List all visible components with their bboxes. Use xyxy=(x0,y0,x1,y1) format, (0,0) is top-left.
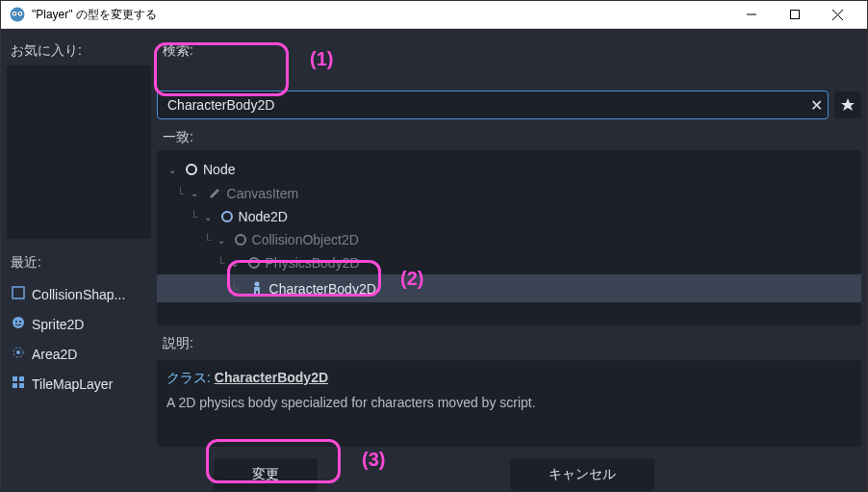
svg-rect-21 xyxy=(254,287,260,291)
svg-rect-9 xyxy=(13,287,24,298)
tree-node-label: PhysicsBody2D xyxy=(266,255,360,271)
clear-search-icon[interactable]: ✕ xyxy=(810,96,823,115)
node-icon xyxy=(186,164,197,175)
svg-point-12 xyxy=(19,321,21,323)
svg-rect-15 xyxy=(13,376,17,381)
characterbody2d-icon xyxy=(250,280,264,297)
tree-row-node2d[interactable]: └⌄ Node2D xyxy=(163,205,855,228)
change-button[interactable]: 変更 xyxy=(214,458,318,491)
recent-item-label: TileMapLayer xyxy=(32,376,113,392)
node-tree: ⌄ Node └⌄ CanvasItem └⌄ Node2D xyxy=(157,150,861,325)
svg-rect-17 xyxy=(13,383,17,388)
recent-list: CollisionShap... Sprite2D Area2D TileMap… xyxy=(7,279,151,399)
window-title: "Player" の型を変更する xyxy=(32,7,157,23)
svg-marker-19 xyxy=(841,98,855,111)
search-label: 検索: xyxy=(163,42,861,60)
svg-rect-16 xyxy=(19,376,24,381)
tree-node-label: CanvasItem xyxy=(227,186,299,201)
node2d-icon xyxy=(221,211,233,222)
description-label: 説明: xyxy=(163,335,861,352)
main-panel: 検索: ✕ 一致: ⌄ Node xyxy=(157,35,861,447)
physicsbody2d-icon xyxy=(248,257,260,269)
match-label: 一致: xyxy=(163,129,861,146)
tree-row-canvasitem[interactable]: └⌄ CanvasItem xyxy=(163,181,855,205)
tree-node-label: Node2D xyxy=(239,209,288,224)
chevron-down-icon: ⌄ xyxy=(168,165,180,175)
search-input[interactable] xyxy=(157,91,829,119)
maximize-button[interactable] xyxy=(773,1,816,28)
canvasitem-icon xyxy=(208,185,221,201)
svg-point-4 xyxy=(19,13,21,14)
tree-row-physicsbody2d[interactable]: └⌄ PhysicsBody2D xyxy=(163,251,855,274)
button-row: 変更 キャンセル xyxy=(7,458,861,491)
chevron-down-icon: ⌄ xyxy=(231,258,243,269)
recent-item-label: CollisionShap... xyxy=(32,287,125,302)
sprite2d-icon xyxy=(11,315,26,333)
godot-icon xyxy=(9,6,26,23)
favorites-box[interactable] xyxy=(7,65,151,239)
recent-item-label: Area2D xyxy=(32,347,77,362)
chevron-down-icon: ⌄ xyxy=(217,235,229,246)
svg-point-13 xyxy=(16,350,20,354)
recent-label: 最近: xyxy=(11,254,151,272)
class-link[interactable]: CharacterBody2D xyxy=(215,370,328,385)
cancel-button[interactable]: キャンセル xyxy=(510,458,654,491)
collisionobject2d-icon xyxy=(235,234,246,246)
collisionshape-icon xyxy=(11,285,26,303)
close-button[interactable] xyxy=(816,1,859,28)
recent-item-collisionshape[interactable]: CollisionShap... xyxy=(7,279,151,309)
svg-point-0 xyxy=(11,8,25,22)
tree-node-label: Node xyxy=(203,162,235,177)
search-input-wrap: ✕ xyxy=(157,91,829,119)
dialog-content: お気に入り: 最近: CollisionShap... Sprite2D Are… xyxy=(1,29,867,492)
svg-rect-18 xyxy=(19,383,24,388)
minimize-button[interactable] xyxy=(729,1,773,28)
titlebar: "Player" の型を変更する xyxy=(1,1,867,29)
area2d-icon xyxy=(11,345,26,363)
svg-rect-6 xyxy=(790,11,799,19)
recent-item-sprite2d[interactable]: Sprite2D xyxy=(7,309,151,339)
recent-item-tilemaplayer[interactable]: TileMapLayer xyxy=(7,369,151,399)
favorite-toggle-button[interactable] xyxy=(834,91,861,118)
star-icon xyxy=(840,97,855,113)
tree-node-label: CharacterBody2D xyxy=(269,281,376,297)
dialog-window: "Player" の型を変更する お気に入り: 最近: CollisionSha… xyxy=(0,0,868,492)
svg-point-3 xyxy=(13,13,15,14)
svg-point-11 xyxy=(15,321,17,323)
description-box: クラス: CharacterBody2D A 2D physics body s… xyxy=(157,360,861,447)
svg-point-20 xyxy=(254,282,259,287)
sidebar: お気に入り: 最近: CollisionShap... Sprite2D Are… xyxy=(7,35,151,447)
svg-rect-23 xyxy=(258,291,260,294)
tilemap-icon xyxy=(11,375,26,393)
tree-node-label: CollisionObject2D xyxy=(252,232,359,247)
chevron-down-icon: ⌄ xyxy=(204,212,216,222)
chevron-down-icon: ⌄ xyxy=(191,188,202,198)
tree-row-node[interactable]: ⌄ Node xyxy=(163,158,855,181)
svg-rect-22 xyxy=(254,291,256,294)
description-text: A 2D physics body specialized for charac… xyxy=(166,395,852,410)
tree-row-characterbody2d[interactable]: └ CharacterBody2D xyxy=(157,274,861,302)
recent-item-label: Sprite2D xyxy=(32,317,84,332)
tree-row-collisionobject2d[interactable]: └⌄ CollisionObject2D xyxy=(163,228,855,251)
svg-point-10 xyxy=(13,317,24,328)
recent-item-area2d[interactable]: Area2D xyxy=(7,339,151,369)
favorites-label: お気に入り: xyxy=(11,42,151,60)
class-prefix: クラス: xyxy=(166,370,215,385)
